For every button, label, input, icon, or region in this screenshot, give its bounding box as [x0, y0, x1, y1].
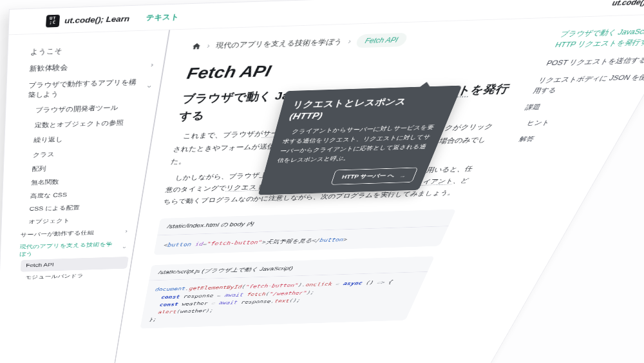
external-utcode-link[interactable]: ut.code();: [611, 0, 644, 7]
code-token: alert: [158, 309, 177, 315]
code-block-js: document.getElementById("fetch-button").…: [140, 272, 428, 329]
sidebar-item-label: ブラウザの開発者ツール: [35, 103, 119, 115]
code-token: const: [159, 301, 179, 307]
code-token: };: [149, 317, 157, 322]
http-server-button-label: HTTP サーバー へ: [341, 172, 395, 181]
tooltip-body: クライアントからサーバーに対しサービスを要求する通信をリクエスト、リクエストに対…: [276, 122, 437, 165]
code-token: const: [161, 294, 181, 300]
code-token: response: [179, 293, 218, 299]
code-token: getElementById: [189, 284, 243, 291]
code-token: {: [384, 279, 393, 285]
code-token: await: [224, 291, 244, 297]
breadcrumb-separator: ›: [206, 42, 210, 50]
code-token: button: [167, 241, 193, 248]
brand-link[interactable]: ut.code(); Learn: [64, 14, 130, 25]
sidebar-item-label: Fetch API: [26, 261, 54, 269]
sidebar-item-label: サーバーが動作する仕組: [20, 229, 94, 239]
code-token: weather: [178, 300, 213, 307]
code-token: weather: [180, 308, 207, 314]
sidebar-item[interactable]: ブラウザで動作するアプリを構築しよう›: [22, 74, 158, 103]
code-card-script-js: /static/script.js (ブラウザ上で動く JavaScript) …: [140, 257, 435, 329]
breadcrumb: › 現代のアプリを支える技術を学ぼう › Fetch API: [191, 28, 538, 53]
chevron-down-icon: ›: [143, 85, 155, 88]
paragraph-text: これまで、ブラウザが: [183, 130, 264, 140]
sidebar-item-label: ようこそ: [30, 46, 62, 57]
chevron-right-icon: ›: [124, 228, 128, 235]
page-layout: ようこそ新歓体験会›ブラウザで動作するアプリを構築しよう›ブラウザの開発者ツール…: [0, 14, 644, 363]
code-token: );: [205, 308, 214, 313]
toc-item[interactable]: 課題: [524, 99, 636, 112]
breadcrumb-section-link[interactable]: 現代のアプリを支える技術を学ぼう: [215, 37, 344, 50]
code-token: 天気予報を見る: [265, 237, 313, 245]
tooltip-button-row: HTTP サーバー へ →: [270, 168, 418, 187]
breadcrumb-current-pill[interactable]: Fetch API: [355, 33, 408, 48]
code-token: await: [218, 300, 238, 306]
nav-link-text[interactable]: テキスト: [146, 12, 180, 23]
breadcrumb-separator: ›: [347, 37, 352, 45]
toc-item[interactable]: POST リクエストを送信する: [544, 55, 644, 69]
sidebar-item-label: 繰り返し: [33, 135, 63, 144]
code-card-index-html: /static/index.html の body 内 <button id="…: [154, 210, 457, 255]
code-token: "/weather": [269, 289, 308, 296]
toc-item[interactable]: 解答: [517, 132, 617, 144]
chevron-right-icon: ›: [150, 60, 155, 70]
code-token: button: [319, 237, 345, 243]
code-token: response: [237, 299, 272, 305]
chevron-down-icon: ›: [118, 246, 129, 248]
page-title: Fetch API: [185, 54, 527, 83]
sidebar-item-label: 無名関数: [31, 178, 59, 187]
sidebar-item-label: 高度な CSS: [30, 191, 68, 200]
arrow-right-icon: →: [399, 173, 407, 179]
docs-page: UT ;C ut.code(); Learn テキスト ut.code(); よ…: [0, 0, 644, 363]
code-token: );: [306, 289, 316, 295]
code-token: document: [155, 286, 186, 292]
home-icon[interactable]: [191, 42, 202, 50]
code-token: "fetch-button": [245, 282, 299, 289]
code-token: ();: [289, 297, 301, 303]
sidebar-item-label: 配列: [32, 164, 46, 173]
sidebar-item-label: オブジェクト: [28, 217, 70, 226]
external-link-label: ut.code();: [611, 0, 644, 7]
sidebar-item-label: 定数とオブジェクトの参照: [34, 118, 124, 130]
code-token: "fetch-button": [206, 239, 263, 247]
sidebar-item-label: 現代のアプリを支える技術を学ぼう: [19, 240, 120, 258]
toc-item[interactable]: ヒント: [525, 116, 626, 129]
http-server-button[interactable]: HTTP サーバー へ →: [330, 168, 418, 185]
sidebar-item-label: ブラウザで動作するアプリを構築しよう: [28, 77, 144, 99]
code-token: fetch: [247, 291, 267, 297]
toc-item[interactable]: リクエストボディに JSON を使用する: [531, 72, 644, 96]
sidebar-item-label: CSS による配置: [29, 204, 80, 213]
scene: UT ;C ut.code(); Learn テキスト ut.code(); よ…: [0, 0, 644, 363]
sidebar-item-label: モジュールバンドラ: [25, 272, 84, 280]
code-token: async: [343, 280, 364, 286]
code-token: onclick: [305, 281, 333, 288]
toc-item[interactable]: ブラウザで動く JavaScript から HTTP リクエストを発行する: [553, 25, 644, 51]
sidebar-item-label: クラス: [32, 150, 55, 159]
sidebar-item-label: 新歓体験会: [29, 63, 68, 74]
utcode-logo-icon[interactable]: UT ;C: [46, 14, 60, 27]
logo-text-bottom: ;C: [49, 21, 56, 25]
